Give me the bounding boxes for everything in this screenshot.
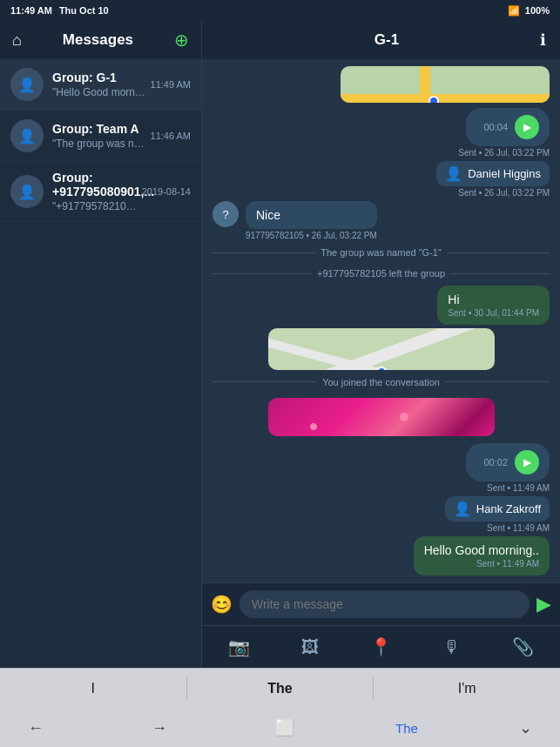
nice-meta: 917795782105 • 26 Jul, 03:22 PM	[246, 231, 377, 240]
voice-message-2-group: 00:02 ▶ Sent • 11:49 AM	[213, 443, 550, 493]
avatar-group: 👤	[10, 175, 44, 208]
sidebar-title: Messages	[22, 31, 174, 49]
kb-suggestion-the[interactable]: The	[187, 677, 374, 700]
voice-bubble-2: 00:02 ▶	[466, 443, 550, 481]
daniel-name-text: Daniel Higgins	[468, 167, 541, 180]
sent-hi-bubble: Hi Sent • 30 Jul, 01:44 PM	[437, 286, 550, 325]
sent-hi-group: Hi Sent • 30 Jul, 01:44 PM	[213, 286, 550, 325]
hank-name-text: Hank Zakroff	[476, 502, 541, 515]
chat-item-g1[interactable]: 👤 Group: G-1 "Hello Good morning..." 11:…	[0, 59, 201, 111]
avatar-g1: 👤	[10, 68, 44, 101]
chat-item-group[interactable]: 👤 Group: +917795080901,... "+91779578210…	[0, 162, 201, 222]
wifi-icon: 📶	[508, 5, 520, 17]
main-content: ⌂ Messages ⊕ 👤 Group: G-1 "Hello Good mo…	[0, 21, 560, 668]
map-road-horizontal	[341, 94, 550, 104]
received-nice: ? Nice 917795782105 • 26 Jul, 03:22 PM	[213, 201, 377, 240]
chat-name-teama: Group: Team A	[52, 122, 147, 136]
input-area: 😊 ▶	[202, 582, 560, 625]
hank-name-bubble: 👤 Hank Zakroff	[445, 496, 550, 522]
voice-duration-2: 00:02	[483, 457, 508, 468]
new-chat-icon[interactable]: ⊕	[174, 30, 189, 50]
kb-suggestion-im[interactable]: I'm	[374, 677, 560, 700]
hello-morning-meta: Sent • 11:49 AM	[424, 559, 539, 569]
nice-text: Nice	[256, 208, 367, 222]
sidebar: ⌂ Messages ⊕ 👤 Group: G-1 "Hello Good mo…	[0, 21, 202, 668]
nav-bar: ← → ⬜ The ⌄	[0, 709, 560, 747]
chat-title: G-1	[233, 31, 540, 49]
time-label: 11:49 AM	[10, 5, 52, 16]
chat-item-teama[interactable]: 👤 Group: Team A "The group was named "Te…	[0, 111, 201, 162]
sidebar-header: ⌂ Messages ⊕	[0, 21, 201, 59]
flower-image	[268, 398, 495, 436]
kb-suggestion-i[interactable]: I	[0, 677, 187, 700]
chat-area: G-1 ℹ Sent • 26 Jul, 03:21 PM 00:04	[202, 21, 560, 668]
location-button[interactable]: 📍	[360, 633, 402, 661]
battery-label: 100%	[525, 5, 550, 16]
daniel-meta: Sent • 26 Jul, 03:22 PM	[458, 188, 550, 198]
chat-time-g1: 11:49 AM	[151, 79, 191, 90]
hank-person-icon: 👤	[454, 501, 471, 517]
system-msg-group-named: The group was named "G-1"	[213, 244, 550, 261]
message-input[interactable]	[240, 590, 530, 618]
daniel-name-bubble: 👤 Daniel Higgins	[436, 161, 550, 186]
chat-info-g1: Group: G-1 "Hello Good morning..."	[52, 71, 147, 98]
map-delivered-image	[268, 328, 495, 369]
home-icon[interactable]: ⌂	[12, 31, 22, 50]
chat-header: G-1 ℹ	[202, 21, 560, 59]
chat-time-group: 2019-08-14	[142, 186, 191, 197]
chat-time-teama: 11:46 AM	[151, 131, 191, 141]
system-msg-joined: You joined the conversation	[213, 374, 550, 391]
info-icon[interactable]: ℹ	[540, 30, 546, 50]
chat-list: 👤 Group: G-1 "Hello Good morning..." 11:…	[0, 59, 201, 668]
chat-name-group: Group: +917795080901,...	[52, 171, 138, 199]
voice-meta-2: Sent • 11:49 AM	[487, 483, 550, 493]
play-button-1[interactable]: ▶	[515, 115, 539, 139]
map-delivered-dot	[376, 367, 387, 369]
chat-info-teama: Group: Team A "The group was named "Team…	[52, 122, 147, 150]
sent-hi-text: Hi	[448, 293, 539, 306]
nav-center-text: The	[395, 721, 418, 736]
status-time: 11:49 AM Thu Oct 10	[10, 5, 109, 16]
camera-button[interactable]: 📷	[218, 633, 260, 661]
voice-bubble-1: 00:04 ▶	[466, 108, 550, 146]
sender-avatar-nice: ?	[213, 201, 239, 227]
status-icons: 📶 100%	[508, 5, 550, 17]
daniel-person-icon: 👤	[445, 165, 462, 182]
map-location-dot	[428, 96, 439, 103]
play-button-2[interactable]: ▶	[515, 450, 539, 474]
hank-meta: Sent • 11:49 AM	[487, 523, 550, 533]
hello-morning-bubble: Hello Good morning.. Sent • 11:49 AM	[414, 536, 550, 575]
voice-duration-1: 00:04	[483, 122, 508, 132]
sent-hi-meta: Sent • 30 Jul, 01:44 PM	[448, 308, 539, 318]
voice-meta-1: Sent • 26 Jul, 03:22 PM	[458, 148, 550, 158]
hello-morning-text: Hello Good morning..	[424, 543, 539, 557]
map-message-sent: Sent • 26 Jul, 03:21 PM	[341, 66, 550, 103]
forward-button[interactable]: →	[145, 716, 174, 741]
chat-name-g1: Group: G-1	[52, 71, 147, 84]
nice-bubble: Nice	[246, 201, 377, 229]
paste-button[interactable]: ⬜	[268, 715, 301, 741]
send-button[interactable]: ▶	[536, 593, 551, 616]
system-msg-left-group: +917795782105 left the group	[213, 265, 550, 282]
status-bar: 11:49 AM Thu Oct 10 📶 100%	[0, 0, 560, 21]
attach-button[interactable]: 📎	[502, 633, 544, 661]
photo-button[interactable]: 🖼	[291, 634, 329, 661]
audio-button[interactable]: 🎙	[433, 634, 471, 661]
chat-preview-g1: "Hello Good morning..."	[52, 86, 147, 98]
avatar-teama: 👤	[10, 119, 44, 152]
map-delivered-message: Delivered • 09 Oct, 06:21 PM	[268, 328, 495, 369]
emoji-button[interactable]: 😊	[211, 594, 233, 615]
keyboard-suggestions: I The I'm	[0, 668, 560, 709]
date-label: Thu Oct 10	[59, 5, 109, 16]
map-image-sent	[341, 66, 550, 103]
chat-preview-group: "+917795782105 left the group"	[52, 200, 138, 212]
chat-preview-teama: "The group was named "Team A""	[52, 138, 147, 150]
chat-info-group: Group: +917795080901,... "+917795782105 …	[52, 171, 138, 212]
received-nice-bubble: Nice 917795782105 • 26 Jul, 03:22 PM	[246, 201, 377, 240]
flower-dots-overlay	[268, 398, 495, 436]
hank-name-group: 👤 Hank Zakroff Sent • 11:49 AM	[213, 496, 550, 533]
toolbar: 📷 🖼 📍 🎙 📎	[202, 625, 560, 668]
voice-message-1-group: 00:04 ▶ Sent • 26 Jul, 03:22 PM	[213, 108, 550, 158]
expand-button[interactable]: ⌄	[512, 715, 539, 741]
back-button[interactable]: ←	[21, 716, 51, 741]
